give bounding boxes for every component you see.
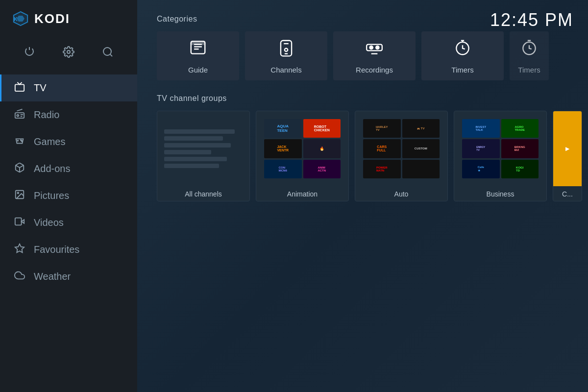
power-button[interactable]: [20, 42, 39, 65]
recordings-icon: [365, 38, 384, 61]
auto-label: Auto: [394, 186, 409, 201]
group-business[interactable]: INVESTTALK AGROTRADE ENRGYTV BRKNGBIZ Ca…: [454, 111, 547, 201]
games-icon: [13, 135, 26, 148]
sidebar-item-games[interactable]: Games: [0, 128, 137, 155]
group-auto[interactable]: HARLEYTV 🏍 TV CARSFULL CUSTOM POWERNATN …: [355, 111, 448, 201]
animation-preview: AQUATEEN ROBOTCHICKEN JACKVENTR 🔥 CONMCN…: [256, 111, 348, 186]
sidebar-item-addons[interactable]: Add-ons: [0, 155, 137, 182]
sidebar-item-radio[interactable]: Radio: [0, 101, 137, 128]
category-channels[interactable]: Channels: [245, 31, 327, 80]
pictures-icon: [13, 189, 26, 202]
category-recordings[interactable]: Recordings: [333, 31, 416, 80]
group-more[interactable]: ▶ C...: [553, 111, 582, 201]
category-timers[interactable]: Timers: [421, 31, 504, 80]
timers2-label: Timers: [518, 66, 540, 74]
animation-label: Animation: [287, 186, 318, 201]
timers-label: Timers: [451, 66, 473, 74]
sidebar-item-weather-label: Weather: [34, 271, 71, 282]
top-icon-bar: [0, 37, 137, 74]
all-channels-preview: [157, 111, 249, 186]
business-label: Business: [487, 186, 514, 201]
business-preview: INVESTTALK AGROTRADE ENRGYTV BRKNGBIZ Ca…: [454, 111, 546, 186]
settings-button[interactable]: [59, 42, 78, 65]
svg-point-15: [22, 141, 23, 142]
groups-row: All channels AQUATEEN ROBOTCHICKEN JACKV…: [157, 111, 573, 201]
guide-icon: [189, 38, 207, 61]
svg-line-6: [110, 54, 112, 56]
sidebar-item-tv-label: TV: [34, 82, 47, 94]
weather-icon: [13, 270, 26, 283]
app-title: KODI: [34, 11, 70, 26]
sidebar: K KODI: [0, 0, 137, 392]
svg-point-32: [370, 46, 373, 49]
more-label: C...: [562, 186, 573, 201]
svg-point-29: [285, 48, 288, 51]
addons-icon: [13, 162, 26, 175]
sidebar-item-videos-label: Videos: [34, 217, 64, 228]
sidebar-item-favourites[interactable]: Favourites: [0, 236, 137, 263]
recordings-label: Recordings: [356, 66, 393, 74]
sidebar-item-tv[interactable]: TV: [0, 74, 137, 101]
group-all-channels[interactable]: All channels: [157, 111, 250, 201]
nav-menu: TV Radio: [0, 74, 137, 392]
sidebar-item-pictures-label: Pictures: [34, 190, 69, 201]
svg-rect-31: [367, 44, 382, 50]
svg-point-5: [103, 48, 111, 55]
timers-icon: [453, 38, 472, 61]
svg-rect-26: [191, 41, 205, 44]
main-content: 12:45 PM Categories Guide: [137, 0, 588, 392]
svg-rect-7: [15, 84, 24, 91]
channels-label: Channels: [270, 66, 301, 74]
groups-section: TV channel groups All channels: [157, 94, 573, 201]
svg-rect-8: [15, 113, 24, 118]
svg-point-18: [17, 192, 19, 194]
categories-row: Guide Channels: [157, 31, 573, 80]
all-channels-label: All channels: [185, 186, 222, 201]
channels-icon: [277, 38, 295, 61]
timers2-icon: [520, 38, 539, 61]
guide-label: Guide: [188, 66, 208, 74]
sidebar-item-addons-label: Add-ons: [34, 163, 71, 174]
groups-title: TV channel groups: [157, 94, 573, 103]
kodi-logo-icon: K: [12, 10, 29, 27]
svg-point-4: [67, 50, 70, 53]
clock-display: 12:45 PM: [490, 10, 573, 30]
auto-preview: HARLEYTV 🏍 TV CARSFULL CUSTOM POWERNATN: [355, 111, 447, 186]
sidebar-item-favourites-label: Favourites: [34, 244, 79, 255]
logo-area: K KODI: [0, 0, 137, 37]
category-guide[interactable]: Guide: [157, 31, 239, 80]
svg-point-33: [376, 46, 379, 49]
svg-rect-19: [15, 218, 22, 225]
search-button[interactable]: [98, 42, 118, 65]
svg-marker-21: [15, 244, 24, 252]
favourites-icon: [13, 243, 26, 256]
sidebar-item-weather[interactable]: Weather: [0, 263, 137, 290]
sidebar-item-videos[interactable]: Videos: [0, 209, 137, 236]
category-timers2[interactable]: Timers: [510, 31, 549, 80]
more-preview: ▶: [553, 111, 582, 186]
sidebar-item-radio-label: Radio: [34, 109, 59, 121]
sidebar-item-games-label: Games: [34, 136, 65, 147]
radio-icon: [13, 108, 26, 122]
tv-icon: [13, 81, 26, 95]
videos-icon: [13, 216, 26, 229]
svg-point-9: [17, 115, 19, 117]
group-animation[interactable]: AQUATEEN ROBOTCHICKEN JACKVENTR 🔥 CONMCN…: [256, 111, 349, 201]
sidebar-item-pictures[interactable]: Pictures: [0, 182, 137, 209]
